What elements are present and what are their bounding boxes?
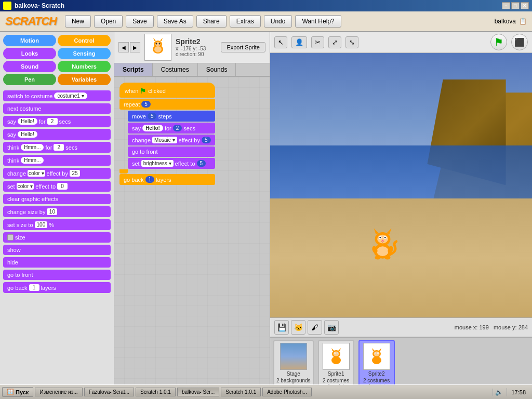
block-hide[interactable]: hide	[3, 257, 111, 268]
svg-marker-3	[160, 38, 163, 41]
save-as-button[interactable]: Save As	[157, 15, 193, 28]
block-when-clicked[interactable]: when ⚑ clicked	[119, 83, 215, 98]
next-sprite-button[interactable]: ▶	[130, 42, 140, 52]
taskbar-item-3[interactable]: balkova- Scr...	[177, 388, 219, 396]
stage-thumbnail-item[interactable]: Stage 2 backgrounds	[273, 340, 314, 387]
sprite-info: Sprite2 x: -176 y: -53 direction: 90	[176, 37, 217, 57]
taskbar-item-0[interactable]: Изменение из...	[35, 388, 82, 396]
block-change-size[interactable]: change size by 10	[3, 206, 111, 217]
tab-scripts[interactable]: Scripts	[114, 63, 153, 76]
svg-point-40	[377, 353, 378, 354]
export-sprite-button[interactable]: Export Sprite	[221, 42, 265, 52]
block-change-mosaic[interactable]: change Mosaic ▾ effect by 5	[128, 135, 215, 145]
cursor-tool[interactable]: ↖	[274, 36, 287, 48]
block-say[interactable]: say Hello! for 2 secs	[128, 123, 215, 134]
minimize-button[interactable]: −	[502, 2, 510, 9]
cat-sprite-icon	[148, 37, 168, 58]
repeat-count: 5	[141, 101, 151, 108]
mosaic-drop[interactable]: Mosaic ▾	[152, 137, 177, 143]
category-looks[interactable]: Looks	[3, 48, 56, 59]
block-set-size[interactable]: set size to 100 %	[3, 219, 111, 230]
say-val2: Hello!	[18, 131, 37, 138]
think-val2: Hmm...	[21, 157, 44, 164]
undo-button[interactable]: Undo	[264, 15, 292, 28]
block-set-effect[interactable]: set color ▾ effect to 0	[3, 181, 111, 192]
new-button[interactable]: New	[65, 15, 91, 28]
block-say-hello[interactable]: say Hello!	[3, 129, 111, 140]
add-sprite-btn[interactable]: 💾	[274, 320, 289, 335]
taskbar-tray: 🔈	[493, 389, 505, 396]
category-sensing[interactable]: Sensing	[58, 48, 111, 59]
new-sprite-btn[interactable]: 🐱	[291, 320, 305, 335]
toolbar: SCRATCH New Open Save Save As Share Extr…	[0, 11, 532, 32]
stamp-tool[interactable]: 👤	[291, 36, 307, 48]
think-secs[interactable]: 2	[54, 144, 64, 151]
extras-button[interactable]: Extras	[230, 15, 261, 28]
grow-tool[interactable]: ⤢	[328, 36, 341, 48]
close-button[interactable]: ✕	[521, 2, 529, 9]
back-layers-val[interactable]: 1	[29, 284, 39, 291]
block-change-effect[interactable]: change color ▾ effect by 25	[3, 168, 111, 179]
paint-sprite-btn[interactable]: 🖌	[308, 320, 322, 335]
taskbar-item-1[interactable]: Fazulova- Scrat...	[84, 388, 134, 396]
effect-drop[interactable]: color ▾	[28, 170, 45, 177]
titlebar-buttons: − □ ✕	[502, 2, 529, 9]
want-help-button[interactable]: Want Help?	[295, 15, 341, 28]
block-go-to-front[interactable]: go to front	[3, 270, 111, 280]
stage-bottom-toolbar: 💾 🐱 🖌 📷 mouse x: 199 mouse y: 284	[270, 317, 532, 337]
block-repeat[interactable]: repeat 5	[119, 99, 215, 110]
block-move[interactable]: move 5 steps	[128, 111, 215, 122]
maximize-button[interactable]: □	[511, 2, 520, 9]
mouse-x-val: 199	[479, 324, 488, 330]
go-button[interactable]: ⚑	[490, 34, 507, 50]
open-button[interactable]: Open	[94, 15, 123, 28]
stop-button[interactable]: ⬛	[511, 34, 528, 50]
block-show[interactable]: show	[3, 245, 111, 255]
taskbar-item-4[interactable]: Scratch 1.0.1	[221, 388, 261, 396]
scripts-panel: ◀ ▶	[114, 32, 270, 399]
scissors-tool[interactable]: ✂	[311, 36, 324, 48]
clicked-label: clicked	[148, 88, 166, 94]
say-secs[interactable]: 2	[47, 118, 58, 125]
block-go-back-layers[interactable]: go back 1 layers	[3, 282, 111, 293]
set-effect-val[interactable]: 0	[57, 183, 68, 190]
say-text: Hello!	[142, 125, 163, 131]
tab-sounds[interactable]: Sounds	[198, 63, 236, 76]
taskbar-item-2[interactable]: Scratch 1.0.1	[136, 388, 176, 396]
block-switch-costume[interactable]: switch to costume costume1 ▾	[3, 90, 111, 101]
category-pen[interactable]: Pen	[3, 74, 56, 85]
shrink-tool[interactable]: ⤡	[345, 36, 358, 48]
category-numbers[interactable]: Numbers	[58, 61, 111, 72]
prev-sprite-button[interactable]: ◀	[118, 42, 129, 52]
category-control[interactable]: Control	[58, 35, 111, 46]
category-sound[interactable]: Sound	[3, 61, 56, 72]
block-set-brightness[interactable]: set brightness ▾ effect to 5	[128, 158, 215, 169]
category-variables[interactable]: Variables	[58, 74, 111, 85]
sprite-coords: x: -176 y: -53 direction: 90	[176, 46, 217, 57]
block-go-front[interactable]: go to front	[128, 147, 215, 157]
brightness-drop[interactable]: brightness ▾	[141, 160, 174, 167]
save-button[interactable]: Save	[126, 15, 153, 28]
size-to-val[interactable]: 100	[35, 221, 48, 228]
set-effect-drop[interactable]: color ▾	[17, 183, 34, 190]
start-button[interactable]: 🪟 Пуск	[2, 387, 33, 397]
block-clear-effects[interactable]: clear graphic effects	[3, 194, 111, 204]
share-button[interactable]: Share	[196, 15, 227, 28]
taskbar-item-5[interactable]: Adobe Photosh...	[262, 388, 312, 396]
tabs: Scripts Costumes Sounds	[114, 63, 270, 77]
repeat-label: repeat	[124, 101, 140, 108]
scripts-canvas[interactable]: when ⚑ clicked repeat 5 move 5 steps	[114, 77, 270, 399]
block-next-costume[interactable]: next costume	[3, 103, 111, 114]
block-size-reporter[interactable]: size	[3, 232, 111, 243]
block-say-hello-secs[interactable]: say Hello! for 2 secs	[3, 116, 111, 127]
category-motion[interactable]: Motion	[3, 35, 56, 46]
back-num: 1	[145, 176, 155, 183]
tab-costumes[interactable]: Costumes	[153, 63, 198, 76]
block-think-secs[interactable]: think Hmm... for 2 secs	[3, 142, 111, 153]
svg-marker-2	[153, 38, 156, 41]
effect-val[interactable]: 25	[70, 170, 80, 177]
block-think[interactable]: think Hmm...	[3, 155, 111, 166]
camera-sprite-btn[interactable]: 📷	[324, 320, 339, 335]
size-val[interactable]: 10	[47, 208, 57, 215]
block-go-back[interactable]: go back 1 layers	[119, 174, 215, 185]
